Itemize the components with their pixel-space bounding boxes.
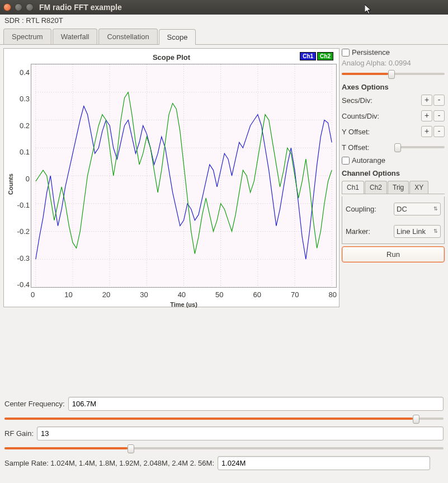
secs-div-minus[interactable]: - bbox=[433, 95, 445, 106]
legend-ch2[interactable]: Ch2 bbox=[317, 52, 333, 60]
y-tick-labels: 0.40.30.20.10-0.1-0.2-0.3-0.4 bbox=[15, 64, 31, 304]
autorange-label: Autorange bbox=[352, 156, 385, 165]
bottom-controls: Center Frequency: RF Gain: Sample Rate: … bbox=[0, 395, 448, 472]
channel-subtabs: Ch1 Ch2 Trig XY bbox=[342, 181, 445, 194]
channel-options-title: Channel Options bbox=[342, 169, 445, 177]
subtab-xy[interactable]: XY bbox=[409, 181, 428, 194]
window-title: FM radio FFT example bbox=[39, 3, 122, 12]
plot-canvas[interactable] bbox=[31, 64, 337, 288]
center-frequency-slider[interactable] bbox=[4, 414, 444, 423]
scope-plot: Scope Plot Ch1 Ch2 Counts 0.40.30.20.10-… bbox=[3, 48, 339, 307]
coupling-label: Coupling: bbox=[346, 205, 376, 213]
chevron-updown-icon: ⇅ bbox=[433, 228, 438, 234]
secs-div-plus[interactable]: + bbox=[421, 95, 432, 106]
channel-options-body: Coupling: DC⇅ Marker: Line Link⇅ bbox=[342, 196, 445, 244]
counts-div-label: Counts/Div: bbox=[342, 112, 379, 120]
rf-gain-label: RF Gain: bbox=[4, 429, 34, 438]
rf-gain-slider[interactable] bbox=[4, 444, 444, 453]
plot-title-text: Scope Plot bbox=[153, 53, 190, 62]
subtab-trig[interactable]: Trig bbox=[388, 181, 409, 194]
x-tick-labels: 01020304050607080 bbox=[31, 289, 337, 300]
plot-title: Scope Plot Ch1 Ch2 bbox=[6, 51, 337, 64]
analog-alpha-label: Analog Alpha: 0.0994 bbox=[342, 59, 445, 67]
sample-rate-input[interactable] bbox=[218, 456, 430, 470]
x-axis-label: Time (us) bbox=[31, 300, 337, 308]
maximize-icon[interactable] bbox=[26, 3, 34, 11]
chevron-updown-icon: ⇅ bbox=[433, 206, 438, 212]
t-offset-slider[interactable] bbox=[394, 143, 445, 152]
persistence-checkbox[interactable]: Persistence bbox=[342, 48, 445, 57]
persistence-label: Persistence bbox=[352, 48, 390, 57]
minimize-icon[interactable] bbox=[15, 3, 22, 11]
y-offset-plus[interactable]: + bbox=[421, 126, 432, 137]
y-offset-label: Y Offset: bbox=[342, 128, 370, 136]
coupling-select[interactable]: DC⇅ bbox=[394, 203, 441, 215]
run-button[interactable]: Run bbox=[342, 246, 445, 262]
axes-options-title: Axes Options bbox=[342, 83, 445, 91]
subtab-ch1[interactable]: Ch1 bbox=[342, 181, 364, 194]
titlebar: FM radio FFT example bbox=[0, 0, 448, 15]
legend-ch1[interactable]: Ch1 bbox=[300, 52, 316, 60]
side-panel: Persistence Analog Alpha: 0.0994 Axes Op… bbox=[342, 48, 445, 307]
counts-div-minus[interactable]: - bbox=[433, 110, 445, 121]
y-offset-minus[interactable]: - bbox=[433, 126, 445, 137]
autorange-checkbox[interactable]: Autorange bbox=[342, 156, 445, 165]
tab-spectrum[interactable]: Spectrum bbox=[3, 29, 51, 44]
rf-gain-input[interactable] bbox=[37, 426, 444, 440]
tab-waterfall[interactable]: Waterfall bbox=[53, 29, 98, 44]
menubar[interactable]: SDR : RTL R820T bbox=[0, 15, 448, 26]
secs-div-label: Secs/Div: bbox=[342, 96, 372, 105]
legend: Ch1 Ch2 bbox=[300, 52, 333, 60]
t-offset-label: T Offset: bbox=[342, 143, 369, 152]
autorange-input[interactable] bbox=[342, 157, 350, 165]
subtab-ch2[interactable]: Ch2 bbox=[365, 181, 387, 194]
tab-constellation[interactable]: Constellation bbox=[98, 29, 157, 44]
y-axis-label: Counts bbox=[6, 64, 15, 304]
close-icon[interactable] bbox=[3, 3, 11, 11]
marker-label: Marker: bbox=[346, 227, 370, 236]
marker-select[interactable]: Line Link⇅ bbox=[394, 225, 441, 238]
tab-scope[interactable]: Scope bbox=[159, 29, 196, 45]
alpha-slider[interactable] bbox=[342, 69, 445, 78]
sample-rate-label: Sample Rate: 1.024M, 1.4M, 1.8M, 1.92M, … bbox=[4, 459, 214, 467]
center-frequency-label: Center Frequency: bbox=[4, 400, 65, 408]
persistence-input[interactable] bbox=[342, 49, 350, 57]
counts-div-plus[interactable]: + bbox=[421, 110, 432, 121]
window-buttons bbox=[3, 3, 34, 11]
center-frequency-input[interactable] bbox=[68, 397, 444, 411]
tab-row: Spectrum Waterfall Constellation Scope bbox=[0, 26, 448, 45]
